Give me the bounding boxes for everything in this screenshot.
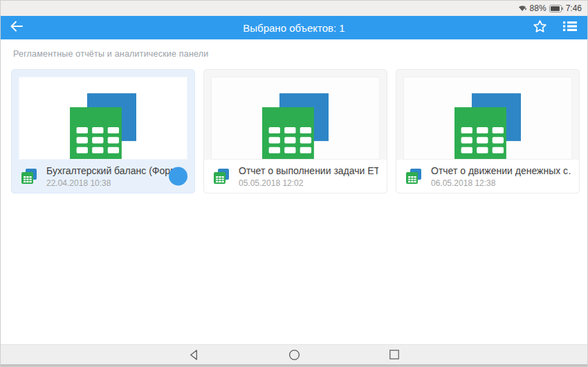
- star-outline-icon: [532, 19, 548, 37]
- spreadsheet-report-icon: [454, 93, 521, 159]
- back-arrow-icon: [9, 19, 24, 37]
- content-area: Регламентные отчёты и аналитические пане…: [1, 39, 587, 344]
- spreadsheet-report-icon: [70, 93, 136, 159]
- selection-indicator[interactable]: [169, 167, 187, 186]
- android-back-button[interactable]: [180, 345, 208, 364]
- android-recents-icon: [389, 349, 400, 360]
- report-date: 22.04.2018 10:38: [46, 178, 186, 188]
- list-view-button[interactable]: [561, 19, 579, 37]
- report-meta: Отчет о движении денежных с… 06.05.2018 …: [431, 165, 571, 188]
- spreadsheet-file-icon: [405, 167, 423, 185]
- tablet-screen: 88% 7:46 Выбрано объектов: 1: [0, 0, 588, 367]
- report-date: 06.05.2018 12:38: [431, 178, 571, 188]
- status-bar: 88% 7:46: [1, 1, 587, 16]
- battery-icon: [549, 5, 563, 12]
- wifi-icon: [518, 4, 527, 12]
- spreadsheet-report-icon: [262, 93, 329, 159]
- battery-percent: 88%: [530, 3, 546, 13]
- app-bar-actions: [531, 19, 579, 37]
- report-thumbnail: [19, 77, 187, 160]
- android-nav-bar: [1, 344, 587, 366]
- spreadsheet-file-icon: [20, 167, 38, 185]
- report-card-grid: Бухгалтерский баланс (Форма 22.04.2018 1…: [11, 69, 587, 194]
- app-bar: Выбрано объектов: 1: [1, 16, 587, 39]
- report-info: Отчет о движении денежных с… 06.05.2018 …: [396, 160, 579, 193]
- report-card[interactable]: Отчет о движении денежных с… 06.05.2018 …: [396, 69, 580, 194]
- page-title: Выбрано объектов: 1: [1, 22, 587, 34]
- status-time: 7:46: [566, 3, 582, 13]
- report-thumbnail: [403, 77, 572, 160]
- report-card[interactable]: Бухгалтерский баланс (Форма 22.04.2018 1…: [11, 69, 195, 194]
- report-title: Отчет о выполнении задачи ETL: [239, 165, 378, 176]
- report-card[interactable]: Отчет о выполнении задачи ETL 05.05.2018…: [203, 69, 387, 194]
- section-label: Регламентные отчёты и аналитические пане…: [13, 49, 587, 59]
- android-home-button[interactable]: [280, 345, 308, 364]
- report-meta: Бухгалтерский баланс (Форма 22.04.2018 1…: [46, 165, 186, 188]
- report-title: Бухгалтерский баланс (Форма: [46, 165, 186, 176]
- report-info: Бухгалтерский баланс (Форма 22.04.2018 1…: [12, 160, 194, 193]
- favorite-button[interactable]: [531, 19, 549, 37]
- list-view-icon: [563, 20, 577, 35]
- report-thumbnail: [211, 77, 380, 160]
- report-info: Отчет о выполнении задачи ETL 05.05.2018…: [204, 160, 387, 193]
- back-button[interactable]: [9, 16, 33, 39]
- report-title: Отчет о движении денежных с…: [431, 165, 571, 176]
- android-recents-button[interactable]: [380, 345, 408, 364]
- spreadsheet-file-icon: [212, 167, 230, 185]
- report-date: 05.05.2018 12:02: [239, 178, 378, 188]
- android-back-icon: [188, 349, 200, 361]
- report-meta: Отчет о выполнении задачи ETL 05.05.2018…: [239, 165, 378, 188]
- android-home-icon: [288, 349, 300, 361]
